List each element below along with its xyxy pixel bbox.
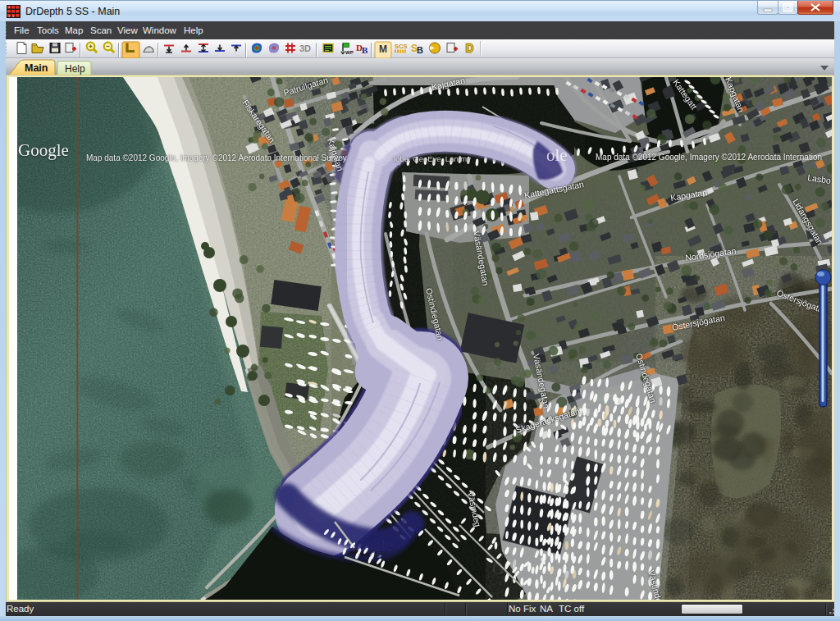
svg-text:ole: ole [546, 145, 568, 165]
svg-text:WP: WP [345, 50, 354, 55]
svg-text:Map data ©2012 Google, Imagery: Map data ©2012 Google, Imagery ©2012 Aer… [86, 153, 347, 162]
svg-text:B: B [417, 45, 423, 55]
svg-text:Google: Google [18, 140, 69, 160]
svg-text:lobe, GeoEye, Lantmy: lobe, GeoEye, Lantmy [394, 154, 471, 163]
svg-text:SCS: SCS [395, 43, 407, 50]
svg-text:B: B [362, 45, 368, 55]
svg-text:Map data ©2012 Google, Imagery: Map data ©2012 Google, Imagery ©2012 Aer… [596, 153, 822, 162]
svg-text:M: M [379, 43, 387, 55]
svg-text:3D: 3D [299, 43, 311, 53]
